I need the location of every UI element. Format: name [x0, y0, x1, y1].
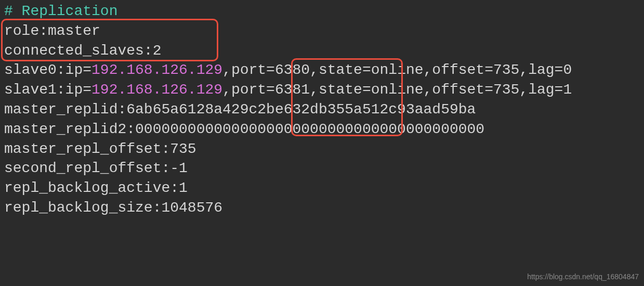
connected-slaves-line: connected_slaves:2 — [4, 41, 640, 61]
slave0-suffix: ,port=6380,state=online,offset=735,lag=0 — [222, 62, 572, 78]
replication-header: # Replication — [4, 2, 640, 21]
slave1-suffix: ,port=6381,state=online,offset=735,lag=1 — [222, 82, 572, 98]
role-line: role:master — [4, 21, 640, 41]
slave1-prefix: slave1:ip= — [4, 82, 91, 98]
slave1-ip: 192.168.126.129 — [91, 82, 222, 98]
repl-backlog-active-line: repl_backlog_active:1 — [4, 178, 640, 198]
second-repl-offset-line: second_repl_offset:-1 — [4, 159, 640, 178]
slave1-line: slave1:ip=192.168.126.129,port=6381,stat… — [4, 80, 640, 100]
slave0-line: slave0:ip=192.168.126.129,port=6380,stat… — [4, 60, 640, 80]
slave0-ip: 192.168.126.129 — [91, 62, 222, 78]
master-replid2-line: master_replid2:0000000000000000000000000… — [4, 120, 640, 139]
master-repl-offset-line: master_repl_offset:735 — [4, 139, 640, 159]
master-replid-line: master_replid:6ab65a6128a429c2be632db355… — [4, 100, 640, 120]
watermark-text: https://blog.csdn.net/qq_16804847 — [527, 272, 639, 282]
repl-backlog-size-line: repl_backlog_size:1048576 — [4, 198, 640, 218]
slave0-prefix: slave0:ip= — [4, 62, 91, 78]
